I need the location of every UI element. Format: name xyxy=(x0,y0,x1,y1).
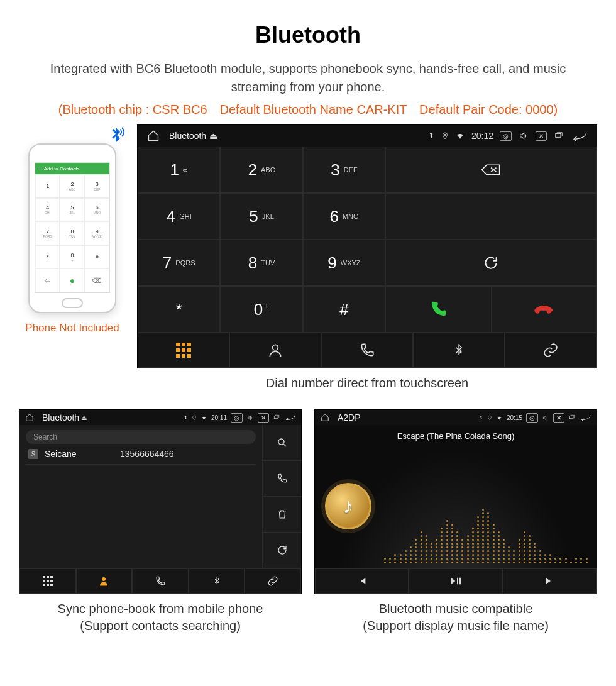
phone-call-icon xyxy=(429,300,448,319)
bluetooth-specs: (Bluetooth chip : CSR BC6 Default Blueto… xyxy=(0,102,616,117)
keypad-5[interactable]: 5JKL xyxy=(220,193,302,240)
mini-call-icon: ● xyxy=(60,268,84,292)
tab-recent[interactable] xyxy=(321,333,413,368)
page-title: Bluetooth xyxy=(0,22,616,48)
volume-icon[interactable] xyxy=(246,414,254,421)
home-icon[interactable] xyxy=(321,413,329,422)
page-subtitle: Integrated with BC6 Bluetooth module, su… xyxy=(0,60,616,96)
phone-hangup-icon xyxy=(534,300,553,319)
volume-icon[interactable] xyxy=(518,131,529,141)
mini-backspace-icon: ⌫ xyxy=(85,268,109,292)
contacts-panel: Bluetooth ⏏ 20:11 ◎ ✕ Search SSeicane1 xyxy=(19,409,302,594)
recent-apps-icon[interactable] xyxy=(568,414,576,421)
screenshot-icon[interactable]: ◎ xyxy=(500,131,512,141)
contacts-search-input[interactable]: Search xyxy=(26,430,256,444)
hangup-button[interactable] xyxy=(491,287,596,332)
empty-cell xyxy=(385,193,597,240)
tab-keypad[interactable] xyxy=(138,333,229,368)
mini-key-7: 7PQRS xyxy=(35,221,60,245)
tab-contacts[interactable] xyxy=(229,333,321,368)
person-icon xyxy=(267,342,283,358)
bluetooth-icon xyxy=(478,414,483,421)
clock-time: 20:15 xyxy=(507,414,522,421)
back-icon[interactable] xyxy=(571,130,587,141)
location-icon xyxy=(487,414,492,421)
svg-rect-6 xyxy=(569,416,573,419)
delete-contact-button[interactable] xyxy=(262,497,301,533)
keypad-7[interactable]: 7PQRS xyxy=(138,240,220,286)
location-icon xyxy=(441,131,449,141)
wifi-icon xyxy=(496,415,503,421)
sync-button[interactable] xyxy=(262,533,301,568)
location-icon xyxy=(192,414,197,421)
volume-icon[interactable] xyxy=(542,414,549,421)
keypad-*[interactable]: * xyxy=(138,286,220,333)
home-icon[interactable] xyxy=(147,130,160,142)
tab-bluetooth[interactable] xyxy=(413,333,505,368)
backspace-button[interactable] xyxy=(385,147,597,193)
tab-bluetooth[interactable] xyxy=(189,568,245,594)
close-icon[interactable]: ✕ xyxy=(536,131,547,141)
phone-outline-icon xyxy=(359,342,375,358)
contacts-caption: Sync phone-book from mobile phone (Suppo… xyxy=(19,600,302,634)
close-icon[interactable]: ✕ xyxy=(258,413,269,423)
next-track-button[interactable] xyxy=(503,568,597,594)
album-art: ♪ xyxy=(325,483,371,529)
mini-key-9: 9WXYZ xyxy=(85,221,109,245)
screenshot-icon[interactable]: ◎ xyxy=(526,413,538,423)
plus-icon: + xyxy=(38,166,41,172)
music-note-icon: ♪ xyxy=(343,494,354,518)
back-icon[interactable] xyxy=(580,414,591,421)
clock-time: 20:12 xyxy=(471,131,493,141)
play-pause-button[interactable] xyxy=(409,568,502,594)
screenshot-icon[interactable]: ◎ xyxy=(231,413,243,423)
close-icon[interactable]: ✕ xyxy=(553,413,564,423)
svg-point-2 xyxy=(273,345,278,350)
contact-initial-badge: S xyxy=(28,449,38,459)
status-bar: Bluetooth ⏏ 20:11 ◎ ✕ xyxy=(19,410,301,425)
tab-link[interactable] xyxy=(505,333,597,368)
svg-point-5 xyxy=(102,577,106,581)
tab-link[interactable] xyxy=(245,568,301,594)
keypad-4[interactable]: 4GHI xyxy=(138,193,220,240)
keypad-1[interactable]: 1∞ xyxy=(138,147,220,193)
track-title: Escape (The Pina Colada Song) xyxy=(315,425,597,443)
keypad-9[interactable]: 9WXYZ xyxy=(303,240,385,286)
bluetooth-icon xyxy=(427,131,435,141)
back-icon[interactable] xyxy=(284,414,295,421)
contact-row[interactable]: SSeicane13566664466 xyxy=(26,444,256,465)
recent-apps-icon[interactable] xyxy=(273,414,280,421)
tab-recent[interactable] xyxy=(132,568,189,594)
keypad-8[interactable]: 8TUV xyxy=(220,240,302,286)
phone-home-button xyxy=(62,298,83,308)
tab-contacts[interactable] xyxy=(76,568,133,594)
app-label: Bluetooth xyxy=(169,131,206,141)
mini-key-4: 4GHI xyxy=(35,198,60,222)
refresh-button[interactable] xyxy=(385,240,597,286)
keypad-3[interactable]: 3DEF xyxy=(303,147,385,193)
svg-point-4 xyxy=(278,439,284,445)
usb-icon: ⏏ xyxy=(209,131,217,141)
call-button[interactable] xyxy=(386,287,490,332)
keypad-icon xyxy=(176,343,191,358)
app-label: A2DP xyxy=(338,412,361,423)
keypad-0[interactable]: 0+ xyxy=(220,286,302,333)
search-placeholder: Search xyxy=(33,433,57,441)
call-contact-button[interactable] xyxy=(262,461,301,497)
bluetooth-signal-icon xyxy=(105,126,126,147)
svg-rect-3 xyxy=(274,416,278,419)
recent-apps-icon[interactable] xyxy=(553,131,564,140)
app-label: Bluetooth xyxy=(42,412,79,423)
mini-key-3: 3DEF xyxy=(85,174,109,198)
usb-icon: ⏏ xyxy=(81,414,87,421)
keypad-2[interactable]: 2ABC xyxy=(220,147,302,193)
mini-key-0: 0+ xyxy=(60,245,84,269)
phone-caption: Phone Not Included xyxy=(19,322,126,335)
home-icon[interactable] xyxy=(25,413,34,422)
keypad-#[interactable]: # xyxy=(303,286,385,333)
prev-track-button[interactable] xyxy=(315,568,409,594)
status-bar: A2DP 20:15 ◎ ✕ xyxy=(315,410,597,425)
tab-keypad[interactable] xyxy=(19,568,76,594)
keypad-6[interactable]: 6MNO xyxy=(303,193,385,240)
search-button[interactable] xyxy=(262,425,301,461)
